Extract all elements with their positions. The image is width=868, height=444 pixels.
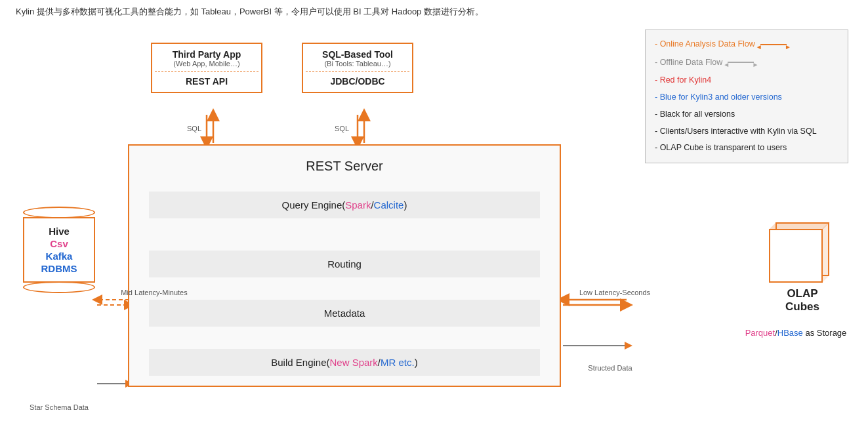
sql-label-1: SQL	[187, 125, 201, 132]
hbase-label: HBase	[777, 328, 803, 338]
legend-blue-text: - Blue for Kylin3 and older versions	[655, 92, 782, 102]
sql-tool-box: SQL-Based Tool (Bi Tools: Tableau…) JDBC…	[302, 43, 413, 93]
third-party-box: Third Party App (Web App, Mobile…) REST …	[151, 43, 262, 93]
rest-server-label: REST Server	[129, 159, 560, 174]
metadata-section: Metadata	[149, 300, 540, 327]
legend-offline-text: - Offline Data Flow	[655, 55, 722, 71]
third-party-api: REST API	[155, 71, 258, 87]
legend-row-blue: - Blue for Kylin3 and older versions	[655, 90, 838, 106]
legend-offline-arrows: ► ◄	[728, 62, 754, 63]
diagram-area: Third Party App (Web App, Mobile…) REST …	[0, 23, 868, 430]
hive-label: Hive	[49, 226, 70, 237]
legend-black-text1: - Black for all versions	[655, 110, 735, 119]
star-schema-label: Star Schema Data	[20, 403, 98, 411]
svg-rect-15	[770, 230, 822, 282]
legend-box: - Online Analysis Data Flow ► ◄ - Offlin…	[645, 30, 848, 163]
third-party-subtitle: (Web App, Mobile…)	[155, 60, 258, 68]
mid-latency-label: Mid Latency-Minutes	[102, 289, 207, 296]
routing-section: Routing	[149, 251, 540, 277]
cylinder-body: Hive Csv Kafka RDBMS	[23, 217, 95, 283]
legend-row-red: - Red for Kylin4	[655, 73, 838, 89]
sql-tool-subtitle: (Bi Tools: Tableau…)	[306, 60, 409, 68]
low-latency-label: Low Latency-Seconds	[566, 289, 664, 296]
olap-area: OLAPCubes	[756, 220, 848, 313]
svg-marker-16	[770, 223, 829, 230]
sql-tool-title: SQL-Based Tool	[306, 49, 409, 60]
legend-row-black2: - Clients/Users interactive with Kylin v…	[655, 124, 838, 140]
structed-data-label: Structed Data	[571, 364, 650, 372]
parquet-label: Parquet	[745, 328, 775, 338]
kylin-engine-box: REST Server Query Engine(Spark/Calcite) …	[128, 144, 561, 387]
sql-label-2: SQL	[335, 125, 349, 132]
build-engine-section: Build Engine(New Spark/MR etc.)	[149, 349, 540, 376]
storage-label: Parquet/HBase as Storage	[737, 328, 855, 338]
legend-red-text: - Red for Kylin4	[655, 75, 711, 85]
legend-black-text2: - Clients/Users interactive with Kylin v…	[655, 127, 817, 136]
svg-marker-17	[822, 223, 829, 282]
hive-cylinder: Hive Csv Kafka RDBMS	[20, 207, 98, 293]
cylinder-bottom	[23, 281, 95, 293]
legend-online-text: - Online Analysis Data Flow	[655, 37, 755, 52]
sql-tool-api: JDBC/ODBC	[306, 71, 409, 87]
legend-row-offline: - Offline Data Flow ► ◄	[655, 55, 838, 71]
legend-row-black1: - Black for all versions	[655, 107, 838, 123]
kafka-label: Kafka	[46, 251, 73, 262]
third-party-title: Third Party App	[155, 49, 258, 60]
csv-label: Csv	[50, 238, 68, 249]
legend-black-text3: - OLAP Cube is transparent to users	[655, 143, 787, 152]
legend-row-online: - Online Analysis Data Flow ► ◄	[655, 37, 838, 52]
rdbms-label: RDBMS	[41, 263, 77, 274]
query-engine-section: Query Engine(Spark/Calcite)	[149, 192, 540, 218]
kylin-box-inner: REST Server Query Engine(Spark/Calcite) …	[129, 146, 560, 386]
top-text: Kylin 提供与多种数据可视化工具的整合能力，如 Tableau，PowerB…	[0, 0, 868, 19]
legend-online-arrows: ► ◄	[760, 44, 787, 45]
legend-row-black3: - OLAP Cube is transparent to users	[655, 140, 838, 156]
